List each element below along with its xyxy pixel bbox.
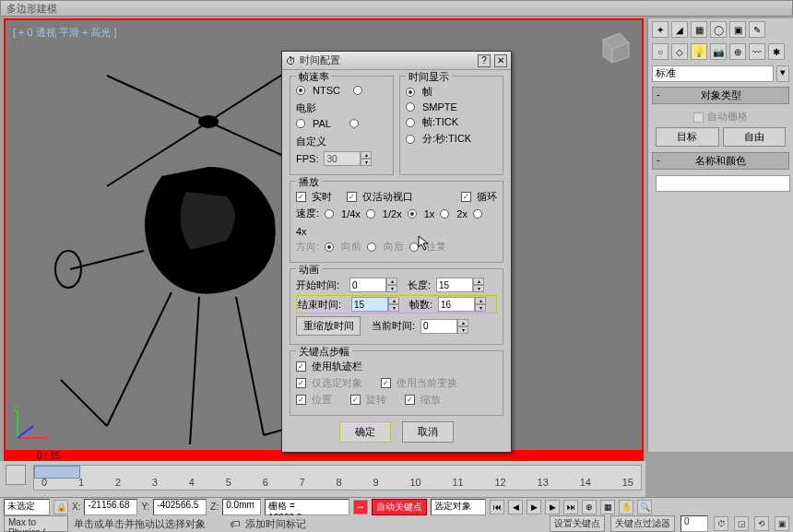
selonly-checkbox <box>296 378 306 388</box>
time-slider-value: 0 / 15 <box>37 451 60 461</box>
smpte-radio[interactable] <box>406 102 415 112</box>
key-icon[interactable]: ⊸ <box>353 500 368 514</box>
start-input[interactable] <box>349 278 386 292</box>
film-radio[interactable] <box>353 86 362 95</box>
frametick-radio[interactable] <box>406 118 415 127</box>
cancel-button[interactable]: 取消 <box>402 421 454 443</box>
viewport-label[interactable]: [ + 0 透视 平滑 + 高光 ] <box>13 26 116 40</box>
ntsc-radio[interactable] <box>296 86 305 95</box>
scale-checkbox <box>405 395 415 405</box>
add-marker-label[interactable]: 添加时间标记 <box>245 517 306 531</box>
object-name-input[interactable] <box>656 175 790 192</box>
svg-line-3 <box>107 292 172 426</box>
svg-line-7 <box>190 297 199 444</box>
create-helper-icon[interactable]: ⊕ <box>729 43 746 60</box>
timeline-config-icon[interactable] <box>6 465 26 485</box>
rollout-object-type[interactable]: -对象类型 <box>652 87 789 104</box>
svg-point-9 <box>55 251 81 288</box>
pos-checkbox <box>296 395 306 405</box>
viewport-nav-icon[interactable]: ⊕ <box>582 500 597 514</box>
create-geom-icon[interactable]: ○ <box>652 43 669 60</box>
y-coord[interactable]: -402566.5 <box>153 499 207 515</box>
animation-group: 动画 开始时间: ▴▾ 长度: ▴▾ 结束时间: ▴▾ 帧数: ▴▾ 重缩放时间… <box>290 268 503 345</box>
help-icon[interactable]: ? <box>478 54 491 67</box>
tool-icon[interactable]: ▣ <box>729 21 746 38</box>
activeonly-checkbox[interactable] <box>347 192 357 202</box>
current-input[interactable] <box>420 319 457 334</box>
tool-icon[interactable]: ◢ <box>671 21 688 38</box>
tool-icon[interactable]: ✦ <box>652 21 669 38</box>
selection-status: 未选定 <box>4 499 50 515</box>
rollout-name-color[interactable]: -名称和颜色 <box>652 152 789 170</box>
rot-checkbox <box>350 395 361 405</box>
category-dropdown[interactable]: 标准 <box>652 65 774 82</box>
app-titlebar: 多边形建模 <box>0 0 793 17</box>
dir-back <box>367 242 376 252</box>
play-prev-icon[interactable]: ◀ <box>508 500 523 514</box>
maxscript-button[interactable]: Max to Physics ( <box>4 515 68 532</box>
usecurrent-checkbox <box>381 378 391 388</box>
trackbar-checkbox[interactable] <box>296 361 306 372</box>
x-coord[interactable]: -21156.68 <box>84 499 137 515</box>
set-key-button[interactable]: 设置关键点 <box>550 515 605 532</box>
frame-rate-group: 帧速率 NTSC 电影 PAL 自定义 FPS: ▴▾ <box>290 76 394 175</box>
time-config-icon[interactable]: ⏱ <box>714 516 728 531</box>
svg-line-5 <box>236 297 264 435</box>
realtime-checkbox[interactable] <box>296 192 306 202</box>
speed-1x[interactable] <box>408 209 417 219</box>
viewport-nav-icon[interactable]: ◲ <box>734 516 749 531</box>
count-input[interactable] <box>438 297 475 312</box>
viewport-nav-icon[interactable]: 🔍 <box>637 500 652 514</box>
length-input[interactable] <box>436 278 473 292</box>
close-icon[interactable]: ✕ <box>494 54 507 67</box>
create-cam-icon[interactable]: 📷 <box>710 43 727 60</box>
view-cube[interactable] <box>594 26 634 66</box>
create-shape-icon[interactable]: ◇ <box>671 43 688 60</box>
rescale-button[interactable]: 重缩放时间 <box>296 316 361 336</box>
autokey-button[interactable]: 自动关键点 <box>372 499 427 515</box>
free-button[interactable]: 自由 <box>723 127 787 147</box>
timeline-ruler[interactable]: 0123456789101112131415 <box>33 465 642 491</box>
play-end-icon[interactable]: ⏭ <box>563 500 578 514</box>
target-button[interactable]: 目标 <box>656 127 719 147</box>
speed-12x[interactable] <box>366 209 375 219</box>
z-coord[interactable]: 0.0mm <box>222 499 261 515</box>
play-icon[interactable]: ▶ <box>527 500 541 514</box>
tool-icon[interactable]: ✎ <box>749 21 765 38</box>
keysteps-group: 关键点步幅 使用轨迹栏 仅选定对象 使用当前变换 位置 旋转 缩放 <box>290 350 503 416</box>
speed-2x[interactable] <box>440 209 449 219</box>
create-space-icon[interactable]: 〰 <box>749 43 765 60</box>
frame-radio[interactable] <box>406 88 415 97</box>
key-target[interactable]: 选定对象 <box>431 499 486 515</box>
status-bar-2: Max to Physics ( 单击或单击并拖动以选择对象 🏷添加时间标记 设… <box>0 515 793 532</box>
mmsstick-radio[interactable] <box>406 135 415 144</box>
loop-checkbox[interactable] <box>461 192 471 202</box>
ok-button[interactable]: 确定 <box>339 421 391 443</box>
time-config-dialog: ⏱ 时间配置 ? ✕ 帧速率 NTSC 电影 PAL 自定义 FPS: ▴▾ 时… <box>281 51 512 453</box>
create-light-icon[interactable]: 💡 <box>691 43 707 60</box>
tool-icon[interactable]: ◯ <box>710 21 727 38</box>
tool-icon[interactable]: ▦ <box>691 21 707 38</box>
viewport-nav-icon[interactable]: ▣ <box>775 516 789 531</box>
viewport-nav-icon[interactable]: ✋ <box>619 500 633 514</box>
status-bar: 未选定 🔒 X:-21156.68 Y:-402566.5 Z:0.0mm 栅格… <box>0 497 793 515</box>
pal-radio[interactable] <box>296 119 305 128</box>
autogrid-checkbox <box>693 112 704 123</box>
speed-4x[interactable] <box>473 209 482 219</box>
end-input[interactable] <box>351 297 388 312</box>
play-next-icon[interactable]: ▶ <box>545 500 560 514</box>
custom-radio[interactable] <box>349 119 359 128</box>
viewport-nav-icon[interactable]: ⟲ <box>754 516 769 531</box>
current-frame-input[interactable]: 0 <box>681 515 708 532</box>
lock-icon[interactable]: 🔒 <box>53 500 68 514</box>
speed-14x[interactable] <box>325 209 334 219</box>
viewport-nav-icon[interactable]: ▦ <box>600 500 615 514</box>
dropdown-arrow-icon[interactable]: ▾ <box>776 65 789 82</box>
playback-group: 播放 实时 仅活动视口 循环 速度: 1/4x 1/2x 1x 2x 4x 方向… <box>290 181 503 263</box>
play-start-icon[interactable]: ⏮ <box>490 500 504 514</box>
key-filters-button[interactable]: 关键点过滤器 <box>610 515 675 532</box>
dir-fwd <box>325 242 334 252</box>
svg-text:x: x <box>44 432 50 443</box>
dialog-titlebar[interactable]: ⏱ 时间配置 ? ✕ <box>282 52 511 70</box>
create-sys-icon[interactable]: ✱ <box>768 43 785 60</box>
